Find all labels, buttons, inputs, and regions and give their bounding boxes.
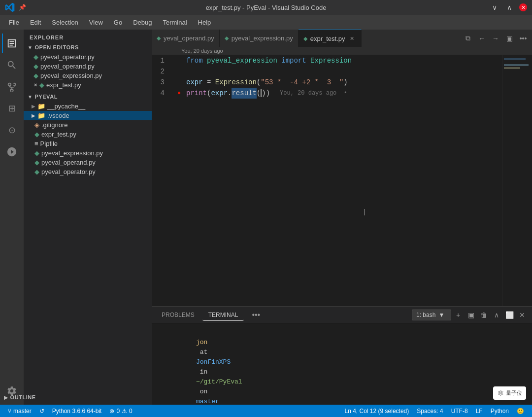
tab-label: expr_test.py	[310, 35, 345, 42]
navigate-forward-button[interactable]: →	[490, 33, 501, 44]
terminal-label: TERMINAL	[208, 312, 238, 318]
status-errors[interactable]: ⊗ 0 ⚠ 0	[105, 405, 136, 417]
keyword-print: print	[186, 88, 207, 99]
warning-icon: ⚠	[122, 408, 127, 415]
tab-py-icon: ◆	[157, 35, 161, 41]
string-arg: "53 * -4 +2 * 3 "	[261, 77, 343, 88]
tree-pyeval-operand[interactable]: ◆ pyeval_operand.py	[24, 158, 152, 167]
open-editor-pyeval-operator[interactable]: ◆ pyeval_operator.py	[24, 52, 152, 62]
tab-expr-test[interactable]: ◆ expr_test.py ✕	[299, 30, 362, 47]
open-editors-section[interactable]: ▼ OPEN EDITORS	[24, 42, 152, 52]
status-python-label: Python 3.6.6 64-bit	[52, 408, 102, 415]
open-editor-name: pyeval_operator.py	[40, 53, 95, 61]
tree-expr-test[interactable]: ◆ expr_test.py	[24, 130, 152, 139]
status-spaces-label: Spaces: 4	[417, 408, 443, 415]
terminal-tab-terminal[interactable]: TERMINAL	[202, 310, 244, 321]
activitybar: ⊞ ⊙	[0, 30, 24, 405]
project-section[interactable]: ▼ PYEVAL	[24, 92, 152, 102]
activity-source-control[interactable]	[2, 77, 22, 97]
tree-pycache[interactable]: ▶ 📁 __pycache__	[24, 102, 152, 111]
tree-gitignore[interactable]: ◈ .gitignore	[24, 120, 152, 130]
line-num-2: 2	[152, 66, 170, 77]
menu-item-view[interactable]: View	[84, 17, 108, 28]
terminal-tab-more[interactable]: •••	[246, 309, 266, 321]
tab-py-icon: ◆	[225, 35, 229, 41]
vscode-logo	[5, 2, 15, 12]
status-encoding[interactable]: UTF-8	[447, 405, 472, 417]
cursor-indicator: |	[364, 208, 365, 216]
tree-item-label: expr_test.py	[41, 131, 76, 138]
tab-py-icon: ◆	[303, 35, 307, 42]
blame-bar: You, 20 days ago	[152, 47, 532, 55]
tree-item-label: .gitignore	[41, 121, 67, 129]
terminal-dropdown[interactable]: 1: bash ▼	[412, 310, 451, 320]
layout-button[interactable]: ▣	[503, 33, 515, 44]
var-expr2: expr	[211, 88, 228, 99]
tree-pipfile[interactable]: ≡ Pipfile	[24, 139, 152, 148]
tree-pyeval-operator[interactable]: ◆ pyeval_operator.py	[24, 167, 152, 176]
py-icon: ◆	[34, 159, 39, 166]
status-branch[interactable]: ⑂ master	[4, 405, 35, 417]
terminal-content[interactable]: jon at JonFinXPS in ~/git/PyEval on mast…	[152, 324, 532, 405]
outline-section[interactable]: ▶ OUTLINE	[24, 392, 128, 402]
project-label: PYEVAL	[34, 94, 58, 100]
tree-vscode[interactable]: ▶ 📁 .vscode	[24, 111, 152, 120]
open-editor-expr-test[interactable]: ✕ ◆ expr_test.py	[24, 80, 152, 90]
line-num-3: 3	[152, 77, 170, 88]
menu-item-debug[interactable]: Debug	[128, 17, 157, 28]
menu-item-go[interactable]: Go	[109, 17, 127, 28]
activity-remote[interactable]: ⊙	[2, 120, 22, 140]
tab-yeval-operand[interactable]: ◆ yeval_operand.py	[152, 30, 220, 47]
code-editor[interactable]: 1 2 3 4 from pyeval_expression import	[152, 55, 502, 306]
open-editor-pyeval-operand[interactable]: ◆ pyeval_operand.py	[24, 62, 152, 71]
menu-item-help[interactable]: Help	[193, 17, 216, 28]
tabbar-actions: ⧉ ← → ▣ •••	[459, 30, 532, 47]
activity-debug[interactable]	[2, 142, 22, 162]
menu-item-terminal[interactable]: Terminal	[158, 17, 192, 28]
folder-icon: 📁	[37, 112, 45, 119]
delete-terminal-button[interactable]: 🗑	[478, 309, 490, 321]
terminal-maximize-button[interactable]: ∧	[491, 309, 502, 321]
status-ln-col[interactable]: Ln 4, Col 12 (9 selected)	[341, 405, 413, 417]
tree-item-label: .vscode	[47, 112, 69, 119]
terminal-panel: PROBLEMS TERMINAL ••• 1: bash ▼ + ▣ 🗑 ∧ …	[152, 306, 532, 405]
status-python[interactable]: Python 3.6.6 64-bit	[48, 405, 106, 417]
close-button[interactable]: ✕	[519, 3, 527, 11]
error-icon: ⊗	[109, 408, 114, 415]
titlebar-title: expr_test.py - PyEval - Visual Studio Co…	[206, 4, 327, 11]
keyword-import: import	[281, 55, 306, 66]
status-feedback[interactable]: 🙂	[513, 405, 528, 417]
status-sync[interactable]: ↺	[35, 405, 48, 417]
split-terminal-button[interactable]: ▣	[465, 309, 477, 321]
more-actions-button[interactable]: •••	[517, 33, 529, 44]
navigate-back-button[interactable]: ←	[476, 33, 488, 44]
activity-search[interactable]	[2, 55, 22, 75]
minimize-button[interactable]: ∨	[490, 2, 499, 12]
add-terminal-button[interactable]: +	[452, 309, 464, 321]
chevron-right-icon: ▶	[32, 113, 35, 118]
status-spaces[interactable]: Spaces: 4	[413, 405, 447, 417]
terminal-tab-problems[interactable]: PROBLEMS	[156, 310, 200, 320]
terminal-path: ~/git/PyEval	[196, 378, 242, 385]
activity-explorer[interactable]	[2, 34, 22, 53]
open-editors-list: ◆ pyeval_operator.py ◆ pyeval_operand.py…	[24, 52, 152, 90]
split-editor-button[interactable]: ⧉	[462, 33, 474, 44]
chevron-right-icon: ▶	[32, 104, 35, 109]
terminal-on: on	[196, 388, 211, 395]
open-editors-label: OPEN EDITORS	[34, 44, 79, 50]
terminal-split-view-button[interactable]: ⬜	[503, 309, 515, 321]
line-num-1: 1	[152, 55, 170, 66]
tree-pyeval-expression[interactable]: ◆ pyeval_expression.py	[24, 148, 152, 158]
tab-close-button[interactable]: ✕	[348, 35, 356, 42]
line4-blame: You, 20 days ago •	[280, 88, 347, 99]
activity-extensions[interactable]: ⊞	[2, 99, 22, 118]
menu-item-selection[interactable]: Selection	[47, 17, 83, 28]
menu-item-file[interactable]: File	[4, 17, 24, 28]
open-editor-pyeval-expression[interactable]: ◆ pyeval_expression.py	[24, 71, 152, 80]
status-line-ending[interactable]: LF	[472, 405, 487, 417]
menu-item-edit[interactable]: Edit	[25, 17, 46, 28]
terminal-close-button[interactable]: ✕	[516, 309, 528, 321]
status-language[interactable]: Python	[487, 405, 513, 417]
maximize-button[interactable]: ∧	[504, 2, 514, 12]
tab-pyeval-expression[interactable]: ◆ pyeval_expression.py	[220, 30, 299, 47]
